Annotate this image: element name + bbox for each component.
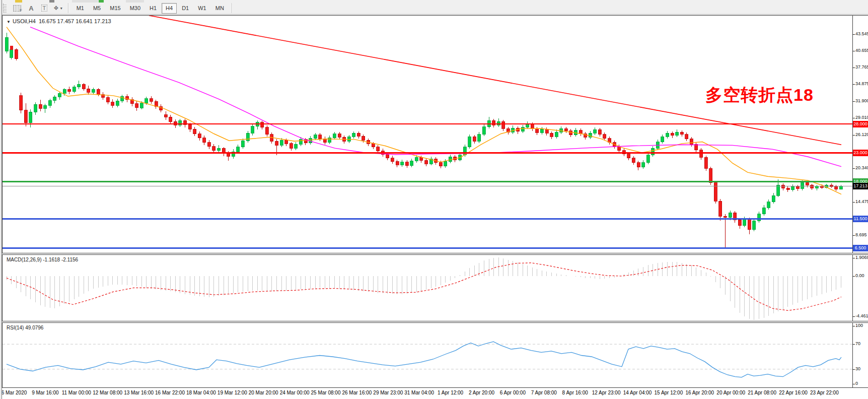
time-axis-label: 21 Apr 08:00 [748,390,776,395]
symbol-dropdown-icon[interactable]: ▼ [7,20,11,24]
axis-tick-label: 43.545 [855,31,868,36]
time-axis-label: 25 Mar 08:00 [311,390,341,395]
clipped-toolbar-icons [126,0,144,3]
chart-title: ▼USOil,H4 16.675 17.457 16.641 17.213 [7,18,111,24]
axis-tick-label: 29.010 [855,115,868,120]
fibonacci-letter: F [20,8,22,13]
window-left-edge [0,0,2,399]
time-axis-label: 20 Mar 20:00 [249,390,278,395]
axis-tick-mark [853,68,855,68]
time-axis-label: 26 Mar 16:00 [342,390,372,395]
time-axis-label: 6 Apr 00:00 [500,390,526,395]
time-axis-label: 12 Apr 23:00 [592,390,621,395]
axis-tick-mark [853,118,855,118]
macd-canvas[interactable] [3,255,852,321]
time-axis-label: 23 Apr 22:00 [810,390,839,395]
axis-tick-label: 0.00 [855,273,864,278]
rsi-panel[interactable]: RSI(14) 49.0796 [2,322,853,388]
time-axis-label: 6 Mar 2020 [2,390,27,395]
price-level-label: 6.500 [853,245,868,251]
time-axis-label: 16 Mar 22:00 [155,390,185,395]
axis-tick-mark [853,316,855,317]
axis-tick-mark [853,202,855,203]
toolbar-separator [232,3,233,13]
axis-tick-label: 0 [855,381,858,386]
time-axis-label: 12 Mar 08:00 [93,390,122,395]
axis-tick-mark [853,384,855,384]
chart-symbol-period: USOil,H4 [13,18,36,24]
macd-panel[interactable]: MACD(12,26,9) -1.1618 -2.1156 [2,254,853,321]
time-axis-label: 29 Mar 23:00 [373,390,403,395]
axis-tick-label: 30 [855,366,860,371]
chart-ohlc-values: 16.675 17.457 16.641 17.213 [39,18,111,24]
price-level-label: 17.213 [853,183,868,189]
rsi-label: RSI(14) 49.0796 [7,325,43,330]
price-level-label: 11.500 [853,216,868,222]
timeframe-button-d1[interactable]: D1 [178,3,193,14]
text-label-glyph: A [29,5,33,12]
timeframe-button-m15[interactable]: M15 [106,3,124,14]
axis-tick-label: 1.9069 [855,255,868,260]
shapes-tool-icon[interactable]: ❖ ▾ [51,3,65,14]
annotation-text: 多空转折点18 [705,84,814,107]
axis-tick-label: 34.875 [855,81,868,86]
time-axis-label: 9 Mar 16:00 [32,390,58,395]
time-axis-label: 22 Apr 16:00 [779,390,808,395]
timeframe-button-m30[interactable]: M30 [126,3,144,14]
clipped-toolbar-icons [99,0,104,3]
shapes-glyph: ❖ [53,5,59,12]
time-axis[interactable]: 6 Mar 20209 Mar 16:0011 Mar 00:0012 Mar … [2,388,868,399]
time-axis-label: 19 Mar 12:00 [218,390,247,395]
toolbar-separator [68,3,69,13]
price-axis[interactable]: 43.54540.65537.76534.87531.90029.01026.1… [853,15,868,253]
fibonacci-tool-icon[interactable]: F [11,3,25,14]
timeframe-button-w1[interactable]: W1 [194,3,210,14]
macd-axis[interactable]: 1.90690.00-4.4614 [853,254,868,321]
axis-tick-mark [853,34,855,35]
toolbar-drag-handle[interactable] [3,4,7,13]
timeframe-button-mn[interactable]: MN [211,3,228,14]
text-box-glyph: T [41,5,48,12]
axis-tick-mark [853,258,855,258]
text-box-icon[interactable]: T [38,3,51,14]
axis-tick-mark [853,101,855,102]
rsi-canvas[interactable] [3,323,852,387]
axis-tick-label: 14.475 [855,199,868,204]
timeframe-button-m1[interactable]: M1 [73,3,88,14]
dropdown-caret-icon[interactable]: ▾ [60,6,62,11]
time-axis-label: 2 Apr 20:00 [469,390,494,395]
axis-tick-label: 20.340 [855,165,868,170]
time-axis-label: 20 Apr 00:00 [716,390,745,395]
timeframe-button-h4[interactable]: H4 [162,3,177,14]
time-axis-label: 13 Mar 16:00 [124,390,154,395]
axis-tick-mark [853,135,855,136]
mt4-window: F A T ❖ ▾ M1M5M15M30H1H4D1W1MN ▼USOil,H4… [0,0,868,399]
macd-label: MACD(12,26,9) -1.1618 -2.1156 [7,257,78,262]
time-axis-label: 8 Apr 16:00 [562,390,588,395]
time-axis-label: 31 Mar 04:00 [404,390,434,395]
axis-tick-label: 70 [855,341,860,346]
time-axis-label: 1 Apr 12:00 [438,390,463,395]
candlestick-canvas[interactable] [3,16,852,253]
timeframe-button-m5[interactable]: M5 [89,3,105,14]
axis-tick-mark [853,235,855,236]
axis-tick-mark [853,51,855,51]
axis-tick-mark [853,84,855,85]
time-axis-label: 18 Mar 04:00 [186,390,216,395]
text-label-icon[interactable]: A [25,3,38,14]
clipped-toolbar-icons [72,0,98,3]
time-axis-label: 7 Apr 08:00 [531,390,557,395]
axis-tick-label: 37.765 [855,64,868,70]
axis-tick-mark [853,344,855,345]
timeframe-button-h1[interactable]: H1 [146,3,161,14]
axis-tick-mark [853,168,855,169]
price-level-label: 23.000 [853,150,868,156]
axis-tick-label: 40.655 [855,48,868,53]
time-axis-label: 16 Apr 20:00 [685,390,714,395]
axis-tick-mark [853,326,855,326]
price-chart-panel[interactable]: ▼USOil,H4 16.675 17.457 16.641 17.213 多空… [2,15,853,253]
rsi-axis[interactable]: 10070300 [853,322,868,388]
axis-tick-label: 100 [855,323,863,328]
axis-tick-label: 31.900 [855,98,868,103]
clipped-toolbar-icons [15,0,22,3]
